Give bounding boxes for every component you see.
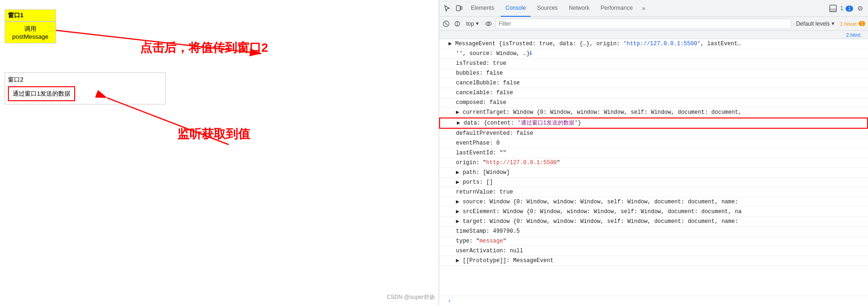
annotation-top: 点击后，将值传到窗口2 (140, 40, 268, 56)
console-line: ▶ ports: [] (439, 178, 868, 187)
devtools-device-icon[interactable] (454, 3, 464, 14)
devtools-right-icons: 1 1 ⚙ (828, 3, 865, 14)
svg-point-13 (488, 23, 490, 25)
console-line: origin: "http://127.0.0.1:5500" (439, 158, 868, 168)
tabs-more-button[interactable]: » (639, 3, 648, 14)
file-link[interactable]: 2.html: (846, 32, 864, 38)
tab-network[interactable]: Network (564, 0, 594, 17)
issue-count-badge: 1 (859, 21, 865, 26)
devtools-panel: Elements Console Sources Network Perform… (439, 0, 868, 305)
console-line: cancelBubble: false (439, 78, 868, 88)
console-eye-icon[interactable] (484, 20, 493, 28)
console-line: eventPhase: 0 (439, 139, 868, 148)
window1-postmessage-button[interactable]: 调用 postMessage (5, 21, 56, 43)
issue-badge: 1 (846, 6, 853, 12)
file-link-row: 2.html: (439, 31, 868, 39)
window2-content: 通过窗口1发送的数据 (8, 86, 75, 101)
console-issue-badge[interactable]: 1 Issue: 1 (840, 21, 865, 27)
window2-title: 窗口2 (8, 76, 162, 84)
svg-rect-5 (461, 7, 462, 9)
window1: 窗口1 调用 postMessage (5, 9, 56, 43)
devtools-dock-icon[interactable] (828, 3, 838, 14)
console-levels-dropdown[interactable]: Default levels ▼ (794, 20, 837, 28)
console-line: ▶ data: {content: '通过窗口1发送的数据'} (439, 118, 868, 129)
console-line: timeStamp: 499790.5 (439, 227, 868, 236)
window2: 窗口2 通过窗口1发送的数据 (5, 72, 166, 104)
svg-line-9 (445, 22, 448, 25)
console-clear-icon[interactable] (442, 20, 450, 28)
tab-sources[interactable]: Sources (532, 0, 562, 17)
devtools-settings-icon[interactable]: ⚙ (855, 3, 865, 14)
console-line: returnValue: true (439, 187, 868, 197)
devtools-issue-count: 1 1 (840, 5, 853, 12)
console-line: bubbles: false (439, 69, 868, 78)
console-line: cancelable: false (439, 88, 868, 98)
levels-arrow-icon: ▼ (831, 21, 835, 26)
devtools-console-toolbar: top ▼ Default levels ▼ 1 Issue: 1 (439, 17, 868, 31)
console-line: '', source: Window, …} ℹ (439, 49, 868, 59)
console-line: ▶ currentTarget: Window {0: Window, wind… (439, 108, 868, 118)
svg-point-12 (486, 22, 491, 26)
console-line: type: "message" (439, 236, 868, 246)
dropdown-arrow-icon: ▼ (475, 21, 480, 26)
console-line: userActivation: null (439, 246, 868, 256)
tab-elements[interactable]: Elements (466, 0, 499, 17)
annotation-bottom: 监听获取到值 (177, 126, 250, 142)
console-top-dropdown[interactable]: top ▼ (464, 20, 482, 28)
svg-rect-7 (830, 8, 836, 12)
console-filter-input[interactable] (496, 19, 791, 29)
console-line: defaultPrevented: false (439, 129, 868, 139)
console-line: composed: false (439, 98, 868, 108)
console-line: ▶ path: [Window] (439, 168, 868, 178)
svg-rect-4 (456, 6, 460, 11)
console-filter-icon[interactable] (453, 20, 462, 28)
console-output: ▶ MessageEvent {isTrusted: true, data: {… (439, 39, 868, 296)
console-line: ▶ srcElement: Window {0: Window, window:… (439, 207, 868, 217)
watermark: CSDN @super舒扬 (386, 293, 435, 301)
console-line: lastEventId: "" (439, 148, 868, 158)
console-line: ▶ MessageEvent {isTrusted: true, data: {… (439, 39, 868, 49)
tab-console[interactable]: Console (501, 0, 531, 17)
console-line: ▶ [[Prototype]]: MessageEvent (439, 256, 868, 266)
console-line: ▶ source: Window {0: Window, window: Win… (439, 197, 868, 207)
console-line: isTrusted: true (439, 59, 868, 69)
window1-title: 窗口1 (5, 9, 56, 21)
devtools-tabs-bar: Elements Console Sources Network Perform… (439, 0, 868, 17)
devtools-inspect-icon[interactable] (442, 3, 452, 14)
tab-performance[interactable]: Performance (596, 0, 637, 17)
left-panel: 窗口1 调用 postMessage 窗口2 通过窗口1发送的数据 点击后，将值… (0, 0, 439, 305)
console-line: ▶ target: Window {0: Window, window: Win… (439, 217, 868, 227)
console-footer: › (439, 296, 868, 305)
console-prompt-icon: › (448, 297, 450, 304)
